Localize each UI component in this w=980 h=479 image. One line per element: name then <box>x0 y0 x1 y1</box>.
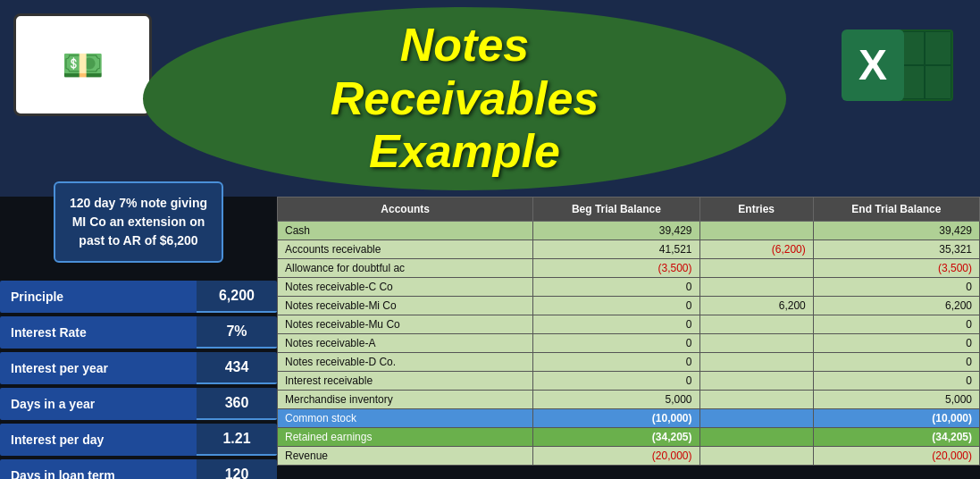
bills-symbol: 💵 <box>62 46 104 85</box>
calc-value: 6,200 <box>197 281 277 313</box>
account-name-cell: Merchandise inventory <box>278 391 533 409</box>
end-balance-cell: (34,205) <box>813 428 979 447</box>
beg-balance-cell: (34,205) <box>533 428 699 447</box>
entries-cell <box>699 278 813 297</box>
entries-cell <box>699 428 813 447</box>
beg-balance-cell: (3,500) <box>533 259 699 278</box>
calc-label: Interest per year <box>0 352 197 384</box>
table-row: Notes receivable-D Co.00 <box>278 353 980 372</box>
account-name-cell: Common stock <box>278 409 533 428</box>
account-name-cell: Notes receivable-Mu Co <box>278 315 533 334</box>
cash-icon: 💵 <box>13 13 152 116</box>
header: 💵 Notes Receivables Example X <box>0 0 980 197</box>
beg-balance-cell: 41,521 <box>533 240 699 259</box>
right-panel: Accounts Beg Trial Balance Entries End T… <box>277 197 980 479</box>
table-row: Notes receivable-Mu Co00 <box>278 315 980 334</box>
table-row: Allowance for doubtful ac(3,500)(3,500) <box>278 259 980 278</box>
entries-cell <box>699 391 813 409</box>
end-balance-cell: 39,429 <box>813 222 979 240</box>
title-oval: Notes Receivables Example <box>143 7 786 190</box>
excel-x-letter: X <box>842 29 904 101</box>
beg-balance-cell: 0 <box>533 353 699 372</box>
entries-cell <box>699 315 813 334</box>
col-end-trial: End Trial Balance <box>813 197 979 222</box>
entries-cell <box>699 447 813 466</box>
calc-value: 1.21 <box>197 424 277 456</box>
beg-balance-cell: 0 <box>533 297 699 315</box>
table-row: Notes receivable-A00 <box>278 334 980 353</box>
end-balance-cell: 35,321 <box>813 240 979 259</box>
end-balance-cell: 0 <box>813 315 979 334</box>
entries-cell <box>699 259 813 278</box>
account-name-cell: Notes receivable-A <box>278 334 533 353</box>
col-entries: Entries <box>699 197 813 222</box>
table-row: Merchandise inventory5,0005,000 <box>278 391 980 409</box>
account-name-cell: Revenue <box>278 447 533 466</box>
left-panel: 120 day 7% note giving MI Co an extensio… <box>0 197 277 479</box>
table-row: Retained earnings(34,205)(34,205) <box>278 428 980 447</box>
end-balance-cell: 0 <box>813 334 979 353</box>
end-balance-cell: 5,000 <box>813 391 979 409</box>
end-balance-cell: (10,000) <box>813 409 979 428</box>
beg-balance-cell: 0 <box>533 315 699 334</box>
beg-balance-cell: (20,000) <box>533 447 699 466</box>
table-row: Cash39,42939,429 <box>278 222 980 240</box>
beg-balance-cell: 0 <box>533 372 699 391</box>
account-name-cell: Retained earnings <box>278 428 533 447</box>
account-name-cell: Notes receivable-Mi Co <box>278 297 533 315</box>
entries-cell <box>699 372 813 391</box>
entries-cell <box>699 409 813 428</box>
calc-row: Interest per day1.21 <box>0 424 277 456</box>
account-name-cell: Cash <box>278 222 533 240</box>
entries-cell <box>699 222 813 240</box>
entries-cell <box>699 334 813 353</box>
calc-label: Principle <box>0 281 197 313</box>
end-balance-cell: 6,200 <box>813 297 979 315</box>
entries-cell <box>699 353 813 372</box>
end-balance-cell: 0 <box>813 278 979 297</box>
calc-row: Interest Rate7% <box>0 316 277 349</box>
table-row: Accounts receivable41,521(6,200)35,321 <box>278 240 980 259</box>
excel-icon: X <box>828 13 967 116</box>
end-balance-cell: 0 <box>813 372 979 391</box>
account-name-cell: Notes receivable-D Co. <box>278 353 533 372</box>
page-title: Notes Receivables Example <box>331 19 599 179</box>
end-balance-cell: (3,500) <box>813 259 979 278</box>
calc-row: Principle6,200 <box>0 281 277 313</box>
calc-label: Interest Rate <box>0 316 197 349</box>
spreadsheet-body: Cash39,42939,429Accounts receivable41,52… <box>278 222 980 466</box>
content-area: 120 day 7% note giving MI Co an extensio… <box>0 197 980 479</box>
beg-balance-cell: 5,000 <box>533 391 699 409</box>
spreadsheet-header-row: Accounts Beg Trial Balance Entries End T… <box>278 197 980 222</box>
excel-cell-4 <box>925 65 952 99</box>
calc-row: Days in a year360 <box>0 388 277 420</box>
table-row: Common stock(10,000)(10,000) <box>278 409 980 428</box>
spreadsheet: Accounts Beg Trial Balance Entries End T… <box>277 197 980 466</box>
beg-balance-cell: 0 <box>533 334 699 353</box>
beg-balance-cell: (10,000) <box>533 409 699 428</box>
table-row: Notes receivable-C Co00 <box>278 278 980 297</box>
calculator-table: Principle6,200Interest Rate7%Interest pe… <box>0 281 277 480</box>
account-name-cell: Notes receivable-C Co <box>278 278 533 297</box>
account-name-cell: Allowance for doubtful ac <box>278 259 533 278</box>
account-name-cell: Accounts receivable <box>278 240 533 259</box>
end-balance-cell: 0 <box>813 353 979 372</box>
col-accounts: Accounts <box>278 197 533 222</box>
end-balance-cell: (20,000) <box>813 447 979 466</box>
table-row: Notes receivable-Mi Co06,2006,200 <box>278 297 980 315</box>
calc-value: 434 <box>197 352 277 384</box>
calc-row: Days in loan term120 <box>0 459 277 480</box>
calc-label: Days in loan term <box>0 459 197 480</box>
beg-balance-cell: 0 <box>533 278 699 297</box>
calc-value: 7% <box>197 316 277 349</box>
table-row: Interest receivable00 <box>278 372 980 391</box>
account-name-cell: Interest receivable <box>278 372 533 391</box>
table-row: Revenue(20,000)(20,000) <box>278 447 980 466</box>
calc-value: 120 <box>197 459 277 480</box>
entries-cell: 6,200 <box>699 297 813 315</box>
calc-row: Interest per year434 <box>0 352 277 384</box>
beg-balance-cell: 39,429 <box>533 222 699 240</box>
entries-cell: (6,200) <box>699 240 813 259</box>
calc-label: Interest per day <box>0 424 197 456</box>
excel-cell-2 <box>925 31 952 65</box>
